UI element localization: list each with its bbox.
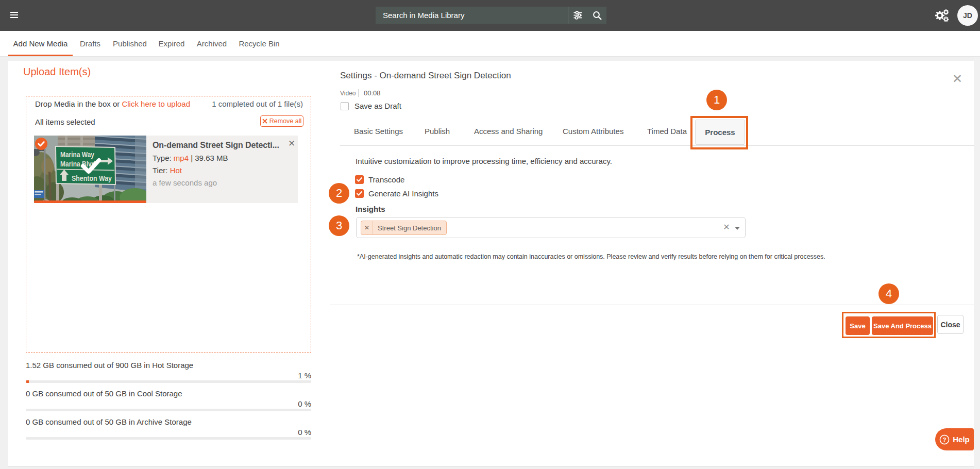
media-item-tier: Tier: Hot xyxy=(153,166,291,175)
search-icon xyxy=(593,11,602,20)
settings-tab-access-and-sharing[interactable]: Access and Sharing xyxy=(474,127,543,136)
settings-close-icon[interactable]: ✕ xyxy=(951,73,964,85)
hot-storage-label: 1.52 GB consumed out of 900 GB in Hot St… xyxy=(26,361,193,370)
tier-label: Tier: xyxy=(153,166,170,175)
tab-label: Add New Media xyxy=(13,39,68,48)
remove-all-x-icon xyxy=(262,119,267,124)
chip-remove-icon[interactable]: ✕ xyxy=(361,224,373,231)
settings-tab-publish[interactable]: Publish xyxy=(425,127,450,136)
tab-drafts[interactable]: Drafts xyxy=(80,31,100,56)
remove-all-button[interactable]: Remove all xyxy=(260,115,303,127)
insights-select[interactable]: ✕ Street Sign Detection ✕ xyxy=(356,217,746,238)
chip-label: Street Sign Detection xyxy=(373,224,446,232)
insight-chip: ✕ Street Sign Detection xyxy=(361,221,447,235)
remove-all-label: Remove all xyxy=(269,118,302,125)
tab-label: Published xyxy=(113,39,147,48)
media-item-title: On-demand Street Sign Detecti... xyxy=(153,141,288,150)
media-library-tabs: Add New Media Drafts Published Expired A… xyxy=(0,31,980,57)
uploaded-media-item: Marina Way Marina Blvd Shenton Way On-de… xyxy=(34,136,298,203)
media-item-timestamp: a few seconds ago xyxy=(153,178,291,187)
help-button[interactable]: ? Help xyxy=(935,428,974,450)
archive-storage-bar xyxy=(26,437,311,440)
tab-label: Recycle Bin xyxy=(239,39,279,48)
search-button[interactable] xyxy=(587,7,606,24)
cool-storage-label: 0 GB consumed out of 50 GB in Cool Stora… xyxy=(26,389,182,398)
select-clear-icon[interactable]: ✕ xyxy=(722,223,731,231)
annotation-box-process-tab xyxy=(690,116,748,149)
tab-expired[interactable]: Expired xyxy=(159,31,184,56)
media-type-label: Video xyxy=(340,90,356,97)
click-to-upload-link[interactable]: Click here to upload xyxy=(122,99,190,108)
cool-storage-percent: 0 % xyxy=(26,399,311,408)
tier-value: Hot xyxy=(170,166,182,175)
selected-check-badge xyxy=(35,138,47,150)
transcode-label: Transcode xyxy=(368,175,404,184)
settings-tab-timed-data[interactable]: Timed Data xyxy=(647,127,687,136)
upload-progress-bar xyxy=(34,200,146,203)
media-item-close-icon[interactable]: ✕ xyxy=(287,139,296,148)
tab-label: Expired xyxy=(159,39,185,48)
storage-bar-fill xyxy=(26,380,29,383)
search-input[interactable] xyxy=(376,7,568,24)
admin-gears-button[interactable] xyxy=(934,8,950,23)
archive-storage-percent: 0 % xyxy=(26,428,311,437)
type-label: Type: xyxy=(153,154,174,162)
generate-ai-insights-label: Generate AI Insights xyxy=(368,189,438,198)
settings-tab-basic-settings[interactable]: Basic Settings xyxy=(354,127,403,136)
annotation-step-3: 3 xyxy=(329,215,349,236)
upload-progress-summary: 1 completed out of 1 file(s) xyxy=(212,99,303,108)
annotation-step-2: 2 xyxy=(329,183,349,204)
footer-divider xyxy=(330,305,974,305)
select-caret-icon[interactable] xyxy=(735,227,740,230)
save-as-draft-row[interactable]: Save as Draft xyxy=(341,102,401,110)
header-divider xyxy=(358,89,359,97)
tab-published[interactable]: Published xyxy=(113,31,147,56)
transcode-checkbox[interactable] xyxy=(355,175,364,184)
upload-dropzone[interactable] xyxy=(26,96,311,353)
avatar-initials: JD xyxy=(963,11,972,20)
all-items-selected-label: All items selected xyxy=(35,118,95,126)
media-thumbnail[interactable]: Marina Way Marina Blvd Shenton Way xyxy=(34,136,146,203)
insights-label: Insights xyxy=(356,205,385,213)
cool-storage-bar xyxy=(26,409,311,411)
archive-storage-label: 0 GB consumed out of 50 GB in Archive St… xyxy=(26,417,192,426)
generate-ai-insights-checkbox[interactable] xyxy=(355,189,364,198)
top-bar: JD xyxy=(0,0,980,31)
gears-icon xyxy=(934,8,950,23)
svg-text:?: ? xyxy=(943,437,947,443)
type-value: mp4 xyxy=(174,154,189,162)
annotation-box-save-buttons xyxy=(842,312,936,338)
process-description: Intuitive customization to improve proce… xyxy=(356,157,612,165)
close-button[interactable]: Close xyxy=(937,315,964,334)
upload-items-title: Upload Item(s) xyxy=(23,66,91,78)
generate-ai-insights-option[interactable]: Generate AI Insights xyxy=(355,189,438,198)
media-item-type: Type: mp4 | 39.63 MB xyxy=(153,154,291,162)
hot-storage-bar xyxy=(26,380,311,383)
tab-archived[interactable]: Archived xyxy=(197,31,227,56)
hot-storage-percent: 1 % xyxy=(26,371,311,380)
settings-panel-title: Settings - On-demand Street Sign Detecti… xyxy=(340,71,511,81)
avatar[interactable]: JD xyxy=(957,5,978,26)
save-as-draft-checkbox[interactable] xyxy=(341,102,349,110)
dropzone-text: Drop Media in the box or xyxy=(35,99,122,108)
tab-add-new-media[interactable]: Add New Media xyxy=(8,31,73,56)
settings-tab-custom-attributes[interactable]: Custom Attributes xyxy=(563,127,623,136)
search-bar xyxy=(376,7,606,24)
tab-recycle-bin[interactable]: Recycle Bin xyxy=(239,31,279,56)
media-item-info: On-demand Street Sign Detecti... Type: m… xyxy=(146,136,298,203)
tab-label: Drafts xyxy=(80,39,100,48)
search-filter-button[interactable] xyxy=(568,7,587,24)
transcode-option[interactable]: Transcode xyxy=(355,175,404,184)
filter-sliders-icon xyxy=(573,11,582,20)
size-value: | 39.63 MB xyxy=(189,154,228,162)
settings-tabs-underline xyxy=(340,145,974,146)
annotation-step-1: 1 xyxy=(706,90,727,110)
media-duration: 00:08 xyxy=(364,89,381,97)
panel-bottom-border xyxy=(8,466,974,467)
help-question-icon: ? xyxy=(939,434,950,445)
tab-label: Archived xyxy=(197,39,227,48)
annotation-step-4: 4 xyxy=(878,283,899,304)
menu-icon[interactable] xyxy=(10,12,18,19)
help-label: Help xyxy=(953,435,970,444)
page-right-gutter xyxy=(974,57,980,469)
